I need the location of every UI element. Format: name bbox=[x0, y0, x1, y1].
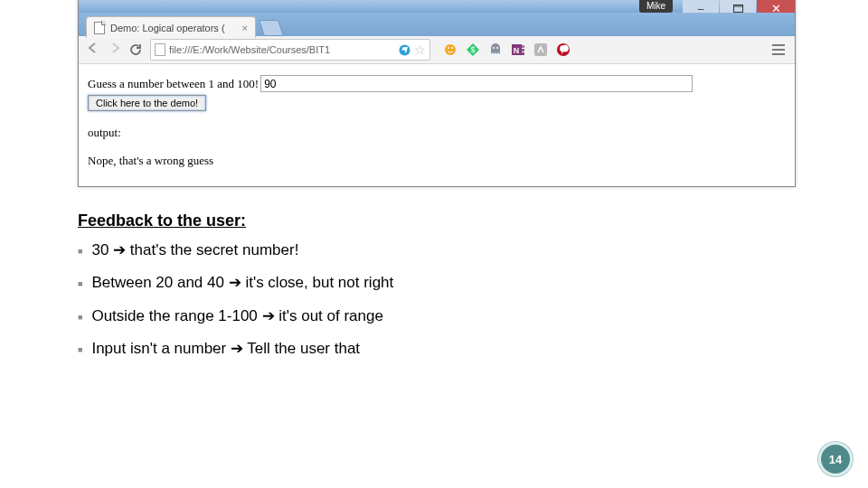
svg-point-4 bbox=[448, 47, 449, 49]
page-content: Guess a number between 1 and 100! Click … bbox=[79, 64, 795, 179]
address-bar[interactable]: file:///E:/Work/Website/Courses/BIT1 ☆ bbox=[150, 39, 430, 61]
extension-icon-5[interactable] bbox=[533, 42, 548, 57]
svg-text:N: N bbox=[514, 46, 520, 55]
extension-icons: $ N bbox=[443, 42, 571, 57]
browser-tab[interactable]: Demo: Logical operators ( × bbox=[86, 16, 256, 38]
browser-toolbar: file:///E:/Work/Website/Courses/BIT1 ☆ $… bbox=[79, 36, 795, 64]
feedback-list: ■30 ➔ that's the secret number! ■Between… bbox=[78, 241, 792, 359]
site-badge-icon bbox=[399, 44, 410, 56]
demo-button[interactable]: Click here to the demo! bbox=[88, 95, 206, 111]
address-text: file:///E:/Work/Website/Courses/BIT1 bbox=[169, 44, 395, 55]
svg-rect-12 bbox=[522, 45, 524, 48]
guess-prompt: Guess a number between 1 and 100! bbox=[88, 77, 259, 91]
back-button[interactable] bbox=[86, 42, 100, 58]
onenote-icon[interactable]: N bbox=[511, 42, 525, 57]
bookmark-star-icon[interactable]: ☆ bbox=[414, 42, 426, 57]
file-icon bbox=[94, 22, 105, 34]
pinterest-icon[interactable] bbox=[556, 42, 571, 57]
list-item: ■Input isn't a number ➔ Tell the user th… bbox=[78, 340, 792, 358]
svg-rect-15 bbox=[534, 43, 547, 56]
svg-rect-14 bbox=[522, 52, 524, 55]
slide-body: Feedback to the user: ■30 ➔ that's the s… bbox=[78, 211, 792, 373]
svg-rect-13 bbox=[522, 49, 524, 52]
output-message: Nope, that's a wrong guess bbox=[88, 154, 786, 168]
output-label: output: bbox=[88, 126, 786, 140]
browser-window: Mike – ✕ Demo: Logical operators ( × bbox=[78, 0, 796, 187]
svg-point-3 bbox=[445, 44, 456, 55]
guess-input[interactable] bbox=[260, 75, 693, 92]
svg-point-5 bbox=[451, 47, 453, 49]
tab-title: Demo: Logical operators ( bbox=[110, 17, 225, 39]
menu-button[interactable] bbox=[769, 42, 788, 58]
list-item: ■Between 20 and 40 ➔ it's close, but not… bbox=[78, 274, 792, 292]
feedback-heading: Feedback to the user: bbox=[78, 211, 792, 230]
new-tab-button[interactable] bbox=[259, 20, 284, 36]
ghostery-icon[interactable] bbox=[488, 42, 503, 57]
reload-button[interactable] bbox=[129, 43, 143, 56]
list-item: ■30 ➔ that's the secret number! bbox=[78, 241, 792, 259]
forward-button[interactable] bbox=[108, 42, 122, 58]
svg-point-9 bbox=[496, 47, 498, 49]
extension-icon-2[interactable]: $ bbox=[466, 42, 480, 57]
slide-stage: Mike – ✕ Demo: Logical operators ( × bbox=[0, 0, 868, 488]
list-item: ■Outside the range 1-100 ➔ it's out of r… bbox=[78, 307, 792, 325]
user-badge[interactable]: Mike bbox=[639, 0, 673, 13]
svg-point-8 bbox=[493, 47, 495, 49]
page-icon bbox=[155, 43, 165, 56]
tab-close-icon[interactable]: × bbox=[242, 17, 248, 39]
svg-text:$: $ bbox=[470, 45, 475, 54]
page-number-badge: 14 bbox=[821, 445, 850, 474]
window-titlebar: Mike – ✕ bbox=[79, 0, 795, 13]
extension-icon-1[interactable] bbox=[443, 42, 458, 57]
tab-strip: Demo: Logical operators ( × bbox=[79, 13, 795, 36]
